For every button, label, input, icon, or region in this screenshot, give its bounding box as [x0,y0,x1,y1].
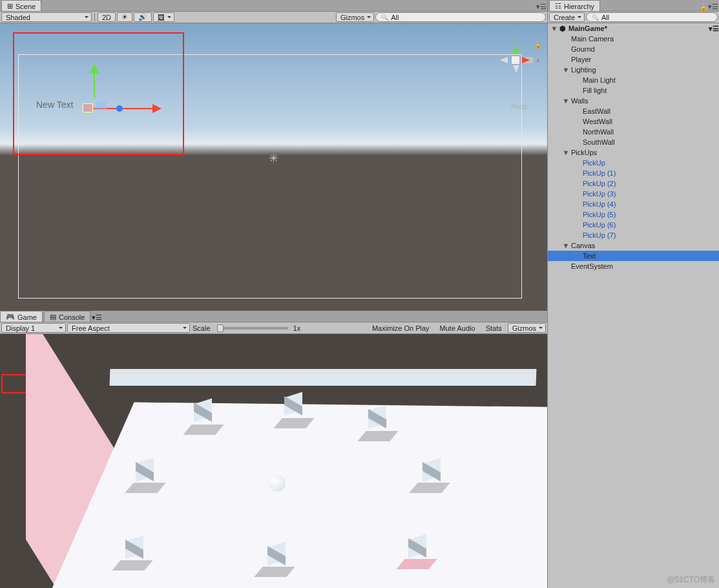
display-dropdown[interactable]: Display 1 [1,323,66,333]
create-dropdown[interactable]: Create [549,12,585,22]
tab-game[interactable]: 🎮 Game [0,311,43,322]
hierarchy-item-label: Main Camera [570,35,614,43]
hierarchy-item[interactable]: Fill light [548,85,719,96]
hierarchy-item-label: PickUp (2) [581,180,616,187]
xy-plane-handle[interactable] [83,103,93,112]
hierarchy-item-label: PickUp (5) [581,211,616,218]
hierarchy-item-label: Text [581,252,596,260]
mute-audio-toggle[interactable]: Mute Audio [435,323,480,333]
scale-slider[interactable] [217,327,288,330]
separator [94,13,95,22]
hierarchy-item[interactable]: PickUp [548,158,719,168]
hierarchy-item[interactable]: ▼Walls [548,96,719,106]
hierarchy-item-label: Main Light [581,76,616,84]
aspect-dropdown[interactable]: Free Aspect [67,323,190,333]
hierarchy-item[interactable]: ▼PickUps [548,147,719,158]
panel-menu-icon[interactable]: ▾☰ [536,2,547,11]
panel-menu-icon[interactable]: ▾☰ [707,2,719,11]
gizmos-dropdown[interactable]: Gizmos [336,12,374,22]
scene-toolbar: Shaded 2D ☀ 🔊 🖼 Gizmos All [0,12,547,23]
yz-plane-handle[interactable] [96,101,106,110]
tab-hierarchy[interactable]: ☷ Hierarchy [549,0,600,11]
scene-camera-icon: ✳ [269,151,278,165]
annotation-box [13,32,184,155]
tab-console[interactable]: ▤ Console [44,311,90,322]
hierarchy-item[interactable]: EastWall [548,106,719,116]
hierarchy-item[interactable]: Gournd [548,44,719,54]
hierarchy-item-label: PickUp (3) [581,190,616,198]
hierarchy-item-label: PickUp (7) [581,231,616,239]
lock-icon[interactable]: 🔒 [700,4,707,11]
hierarchy-item-label: Player [570,56,591,63]
orientation-gizmo[interactable]: y x [494,39,536,80]
axis-y-label: y [514,35,517,41]
hierarchy-item[interactable]: PickUp (6) [548,220,719,230]
hierarchy-item[interactable]: PickUp (7) [548,230,719,240]
hierarchy-search-input[interactable]: All [586,12,718,22]
hierarchy-item[interactable]: NorthWall [548,127,719,137]
lighting-toggle-button[interactable]: ☀ [117,12,132,22]
hierarchy-item[interactable]: PickUp (3) [548,189,719,199]
pickup-cube [194,401,212,419]
expand-toggle[interactable]: ▼ [562,97,570,105]
gizmo-cube[interactable] [511,56,520,65]
gizmo-y-cone[interactable] [513,43,519,54]
canvas-text-label: New Text [36,100,73,110]
panel-menu-icon[interactable]: ▾☰ [92,313,102,322]
expand-toggle[interactable]: ▼ [562,66,570,74]
hierarchy-item[interactable]: Text [548,251,719,261]
y-axis-handle[interactable] [94,67,95,98]
scene-viewport[interactable]: New Text ✳ y x 🔒 Persp [0,23,547,311]
z-axis-handle[interactable] [116,105,123,112]
hierarchy-item[interactable]: Player [548,54,719,65]
hierarchy-item[interactable]: EventSystem [548,261,719,271]
hierarchy-toolbar: Create All [548,12,719,23]
shading-mode-dropdown[interactable]: Shaded [1,12,92,22]
hierarchy-tree[interactable]: ▼ ⬢ MainGame* ▾☰ Main CameraGourndPlayer… [548,23,719,588]
hierarchy-item-label: EastWall [581,107,610,115]
watermark-text: @51CTO博客 [667,574,715,585]
pickup-cube [136,461,154,479]
hierarchy-item[interactable]: WestWall [548,116,719,127]
toggle-2d-button[interactable]: 2D [98,12,116,22]
game-viewport[interactable]: New Text [0,334,547,588]
stats-toggle[interactable]: Stats [481,323,506,333]
sun-icon: ☀ [121,13,128,21]
hierarchy-item[interactable]: PickUp (4) [548,199,719,209]
hierarchy-item[interactable]: ▼Canvas [548,240,719,251]
scene-root[interactable]: ▼ ⬢ MainGame* ▾☰ [548,23,719,34]
hierarchy-item[interactable]: SouthWall [548,137,719,147]
player-sphere [269,475,286,492]
scene-search-input[interactable]: All [375,12,546,22]
tab-scene[interactable]: ⊞ Scene [1,0,41,11]
hierarchy-item-label: SouthWall [581,138,615,146]
hierarchy-item-label: EventSystem [570,262,613,270]
hierarchy-item-label: WestWall [581,118,612,125]
expand-toggle[interactable]: ▼ [562,149,570,156]
hierarchy-item[interactable]: PickUp (5) [548,209,719,220]
hierarchy-item[interactable]: Main Light [548,75,719,85]
pickup-cube [125,538,143,556]
hierarchy-item[interactable]: PickUp (1) [548,168,719,178]
hierarchy-item-label: PickUp [581,159,605,167]
grid-icon: ⊞ [7,2,13,10]
hierarchy-icon: ☷ [555,2,561,10]
game-gizmos-dropdown[interactable]: Gizmos [508,323,546,333]
pickup-cube [284,395,302,413]
gizmo-x-cone[interactable] [522,57,533,63]
projection-label[interactable]: Persp [511,103,528,110]
gizmo-y-neg-cone[interactable] [513,65,519,76]
maximize-on-play-toggle[interactable]: Maximize On Play [368,323,434,333]
speaker-icon: 🔊 [138,13,147,21]
console-icon: ▤ [50,313,56,321]
expand-toggle[interactable]: ▼ [562,242,570,249]
lock-icon[interactable]: 🔒 [534,41,542,48]
hierarchy-item[interactable]: PickUp (2) [548,178,719,189]
fx-dropdown[interactable]: 🖼 [153,12,174,22]
hierarchy-item[interactable]: Main Camera [548,34,719,44]
audio-toggle-button[interactable]: 🔊 [134,12,152,22]
gizmo-z-neg-cone[interactable] [497,57,508,63]
scene-menu-icon[interactable]: ▾☰ [709,25,719,33]
expand-toggle[interactable]: ▼ [550,25,558,32]
hierarchy-item[interactable]: ▼Lighting [548,65,719,75]
